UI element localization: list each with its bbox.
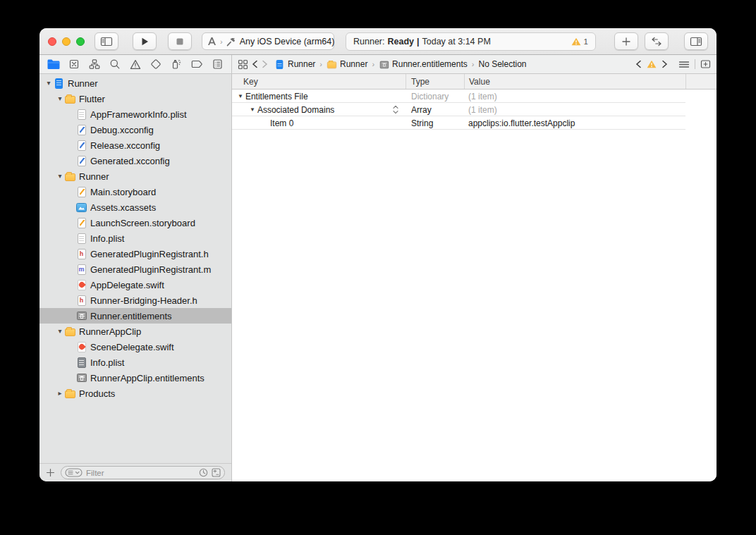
plist-value-cell[interactable]: (1 item) (464, 105, 685, 115)
tree-item-label: SceneDelegate.swift (90, 342, 174, 352)
navigator-tab-issue-navigator[interactable] (128, 57, 142, 71)
tree-item-main-storyboard[interactable]: Main.storyboard (39, 184, 231, 199)
navigator-tab-find-navigator[interactable] (108, 57, 122, 71)
navigator-tab-debug-navigator[interactable] (169, 57, 183, 71)
jumpbar-segment-label: No Selection (478, 59, 526, 69)
toggle-navigator-button[interactable] (94, 32, 118, 50)
tree-item-launchscreen-storyboard[interactable]: LaunchScreen.storyboard (39, 215, 231, 230)
scheme-selector[interactable]: › Any iOS Device (arm64) (202, 32, 334, 50)
tree-item-runner[interactable]: ▾Runner (39, 75, 231, 91)
disclosure-triangle-icon[interactable]: ▼ (250, 106, 255, 113)
navigator-tab-test-navigator[interactable] (149, 57, 163, 71)
column-header-value[interactable]: Value (464, 74, 685, 89)
status-project: Runner: (353, 37, 384, 47)
column-header-key[interactable]: Key (232, 74, 406, 89)
navigator-tab-project-navigator[interactable] (47, 57, 61, 71)
tree-item-products[interactable]: ▸Products (39, 386, 231, 401)
jumpbar-segment-label: Runner (288, 59, 315, 69)
recent-files-icon[interactable] (199, 468, 208, 477)
plist-key-label: Entitlements File (245, 92, 308, 102)
tree-item-flutter[interactable]: ▾Flutter (39, 91, 231, 106)
tree-item-info-plist[interactable]: Info.plist (39, 355, 231, 370)
tree-item-runnerappclip[interactable]: ▾RunnerAppClip (39, 324, 231, 339)
plist-value-cell[interactable]: appclips:io.flutter.testAppclip (464, 118, 685, 128)
run-button[interactable] (133, 32, 157, 50)
tree-item-label: Runner-Bridging-Header.h (90, 295, 197, 306)
stepper-icon[interactable] (393, 105, 398, 114)
disclosure-triangle-icon[interactable]: ▼ (238, 93, 243, 99)
plist-editor: Key Type Value ▼Entitlements FileDiction… (232, 74, 717, 481)
navigator-tab-symbol-navigator[interactable] (87, 57, 102, 71)
disclosure-triangle-icon[interactable]: ▾ (55, 95, 65, 102)
add-file-button[interactable] (46, 468, 55, 477)
plist-type-cell[interactable]: Dictionary (406, 92, 464, 102)
next-issue-button[interactable] (662, 60, 668, 68)
go-forward-button[interactable] (262, 60, 268, 68)
plist-row-associated-domains[interactable]: ▼Associated DomainsArray(1 item) (232, 103, 717, 116)
disclosure-triangle-icon[interactable]: ▾ (55, 328, 65, 335)
filter-field[interactable]: Filter (61, 466, 225, 479)
tree-item-runnerappclip-entitlements[interactable]: RunnerAppClip.entitlements (39, 370, 231, 386)
jumpbar-segment[interactable]: Runner (274, 59, 315, 70)
related-items-icon[interactable] (238, 59, 248, 70)
divider (695, 59, 695, 69)
tree-item-label: AppFrameworkInfo.plist (90, 109, 187, 120)
tree-item-assets-xcassets[interactable]: Assets.xcassets (39, 199, 231, 215)
tree-item-label: Main.storyboard (90, 187, 156, 197)
plist-dark-icon (76, 357, 87, 368)
status-separator: | (417, 37, 420, 47)
tree-item-appdelegate-swift[interactable]: AppDelegate.swift (39, 277, 231, 293)
code-review-button[interactable] (645, 32, 669, 50)
library-button[interactable] (614, 32, 638, 50)
toggle-inspector-button[interactable] (684, 32, 708, 50)
disclosure-triangle-icon[interactable]: ▾ (55, 173, 65, 180)
stop-icon (175, 37, 185, 47)
activity-view[interactable]: Runner: Ready | Today at 3:14 PM 1 (346, 32, 596, 51)
navigator-tab-bar (39, 55, 232, 73)
go-back-button[interactable] (252, 60, 258, 68)
tree-item-generatedpluginregistrant-h[interactable]: hGeneratedPluginRegistrant.h (39, 246, 231, 262)
tree-item-scenedelegate-swift[interactable]: SceneDelegate.swift (39, 339, 231, 355)
warning-count: 1 (584, 37, 588, 46)
jumpbar-segment[interactable]: Runner (327, 59, 367, 70)
warning-badge[interactable]: 1 (571, 37, 588, 46)
navigator-tab-report-navigator[interactable] (210, 57, 224, 71)
stop-button[interactable] (168, 32, 192, 50)
jump-bar: Runner›Runner›Runner.entitlements›No Sel… (232, 55, 717, 73)
navigator-tab-source-control-navigator[interactable] (67, 57, 81, 71)
source-control-status-filter-icon[interactable] (212, 468, 221, 477)
plist-row-entitlements-file[interactable]: ▼Entitlements FileDictionary(1 item) (232, 90, 717, 103)
issue-warning-icon[interactable] (647, 60, 657, 68)
close-window-button[interactable] (48, 37, 56, 46)
tree-item-runner-bridging-header-h[interactable]: hRunner-Bridging-Header.h (39, 293, 231, 308)
sidebar-toggle-icon (100, 36, 113, 47)
navigator-tab-breakpoint-navigator[interactable] (190, 57, 204, 71)
previous-issue-button[interactable] (635, 60, 642, 68)
jumpbar-segment[interactable]: No Selection (478, 59, 526, 69)
zoom-window-button[interactable] (76, 37, 85, 46)
disclosure-triangle-icon[interactable]: ▾ (44, 80, 54, 87)
editor-options-icon[interactable] (678, 60, 690, 69)
plist-row-item-0[interactable]: Item 0Stringappclips:io.flutter.testAppc… (232, 116, 717, 130)
minimize-window-button[interactable] (62, 37, 71, 46)
project-file-icon (54, 78, 64, 89)
tree-item-generated-xcconfig[interactable]: Generated.xcconfig (39, 153, 231, 168)
tree-item-runner[interactable]: ▾Runner (39, 168, 231, 184)
tree-item-debug-xcconfig[interactable]: Debug.xcconfig (39, 122, 231, 137)
plist-type-cell[interactable]: Array (406, 105, 464, 115)
tree-item-info-plist[interactable]: Info.plist (39, 230, 231, 246)
jumpbar-segment[interactable]: Runner.entitlements (379, 59, 468, 70)
tree-item-label: GeneratedPluginRegistrant.m (90, 264, 211, 275)
disclosure-triangle-icon[interactable]: ▸ (55, 390, 65, 397)
tree-item-appframeworkinfo-plist[interactable]: AppFrameworkInfo.plist (39, 106, 231, 122)
jumpbar-segment-label: Runner (340, 59, 367, 69)
tree-item-label: LaunchScreen.storyboard (90, 218, 195, 228)
add-editor-button[interactable] (700, 59, 711, 69)
plist-type-cell[interactable]: String (406, 118, 464, 128)
column-header-type[interactable]: Type (406, 74, 464, 89)
tree-item-release-xcconfig[interactable]: Release.xcconfig (39, 137, 231, 153)
tree-item-label: Assets.xcassets (90, 202, 156, 213)
plist-value-cell[interactable]: (1 item) (464, 92, 685, 102)
tree-item-runner-entitlements[interactable]: Runner.entitlements (39, 308, 231, 324)
tree-item-generatedpluginregistrant-m[interactable]: mGeneratedPluginRegistrant.m (39, 262, 231, 277)
